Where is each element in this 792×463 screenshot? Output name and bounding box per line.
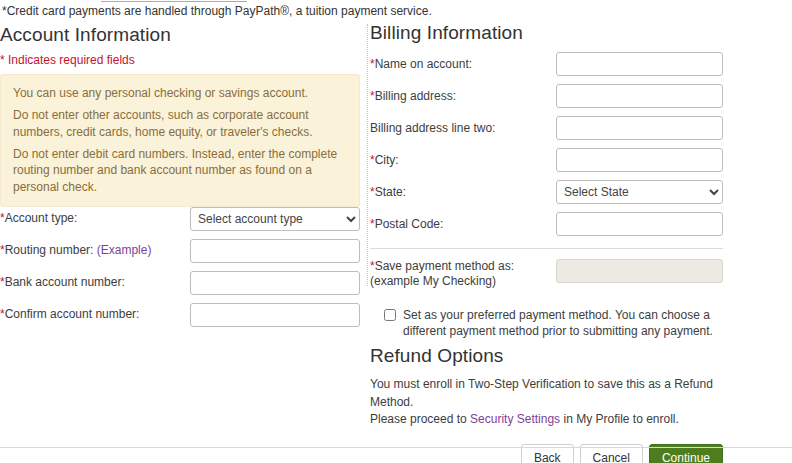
preferred-payment-label: Set as your preferred payment method. Yo… — [403, 307, 718, 339]
account-information-title: Account Information — [0, 24, 360, 46]
bank-account-number-label: *Bank account number: — [0, 275, 190, 290]
account-information-section: Account Information * Indicates required… — [0, 24, 360, 335]
name-on-account-label: *Name on account: — [370, 57, 556, 72]
bank-account-number-row: *Bank account number: — [0, 271, 360, 295]
confirm-account-number-input[interactable] — [190, 303, 360, 327]
refund-line-1: You must enroll in Two-Step Verification… — [370, 377, 713, 408]
routing-number-row: *Routing number: (Example) — [0, 239, 360, 263]
confirm-account-number-label: *Confirm account number: — [0, 307, 190, 322]
name-on-account-input[interactable] — [556, 52, 723, 76]
billing-address-input[interactable] — [556, 84, 723, 108]
bank-account-number-input[interactable] — [190, 271, 360, 295]
state-label: *State: — [370, 185, 556, 200]
confirm-account-number-row: *Confirm account number: — [0, 303, 360, 327]
refund-line-2-suffix: in My Profile to enroll. — [560, 412, 679, 426]
postal-code-input[interactable] — [556, 212, 723, 236]
billing-information-section: Billing Information *Name on account: *B… — [370, 22, 723, 463]
state-select[interactable]: Select State — [556, 180, 723, 204]
city-row: *City: — [370, 148, 723, 172]
payment-method-form-page: *Credit card payments are handled throug… — [0, 0, 792, 463]
routing-number-input[interactable] — [190, 239, 360, 263]
account-info-box: You can use any personal checking or sav… — [0, 74, 360, 207]
info-line-1: You can use any personal checking or sav… — [13, 85, 347, 101]
save-payment-method-sublabel: (example My Checking) — [370, 274, 496, 288]
preferred-payment-row: Set as your preferred payment method. Yo… — [384, 307, 723, 339]
refund-line-2-prefix: Please proceed to — [370, 412, 470, 426]
billing-address-line-two-input[interactable] — [556, 116, 723, 140]
security-settings-link[interactable]: Security Settings — [470, 412, 560, 426]
save-method-divider — [370, 248, 723, 249]
cutoff-element-edge — [101, 0, 247, 2]
billing-address-label: *Billing address: — [370, 89, 556, 104]
page-bottom-divider — [0, 447, 792, 448]
billing-address-line-two-label: Billing address line two: — [370, 121, 556, 136]
required-fields-note: * Indicates required fields — [0, 53, 360, 67]
billing-information-title: Billing Information — [370, 22, 723, 44]
credit-card-note: *Credit card payments are handled throug… — [2, 4, 432, 18]
save-payment-method-row: *Save payment method as: (example My Che… — [370, 259, 723, 289]
account-type-label: *Account type: — [0, 211, 190, 226]
refund-options-text: You must enroll in Two-Step Verification… — [370, 376, 723, 428]
preferred-payment-checkbox[interactable] — [384, 309, 396, 321]
refund-options-title: Refund Options — [370, 345, 723, 367]
routing-number-label: *Routing number: (Example) — [0, 243, 190, 258]
state-row: *State: Select State — [370, 180, 723, 204]
account-type-select[interactable]: Select account type — [190, 207, 360, 231]
save-payment-method-label: *Save payment method as: (example My Che… — [370, 259, 556, 289]
city-input[interactable] — [556, 148, 723, 172]
column-divider — [367, 24, 368, 286]
name-on-account-row: *Name on account: — [370, 52, 723, 76]
save-payment-method-input — [556, 259, 723, 283]
billing-address-row: *Billing address: — [370, 84, 723, 108]
postal-code-label: *Postal Code: — [370, 217, 556, 232]
info-line-2: Do not enter other accounts, such as cor… — [13, 107, 347, 140]
postal-code-row: *Postal Code: — [370, 212, 723, 236]
account-type-row: *Account type: Select account type — [0, 207, 360, 231]
info-line-3: Do not enter debit card numbers. Instead… — [13, 146, 347, 195]
billing-address-line-two-row: Billing address line two: — [370, 116, 723, 140]
routing-example-link[interactable]: (Example) — [97, 243, 152, 257]
city-label: *City: — [370, 153, 556, 168]
